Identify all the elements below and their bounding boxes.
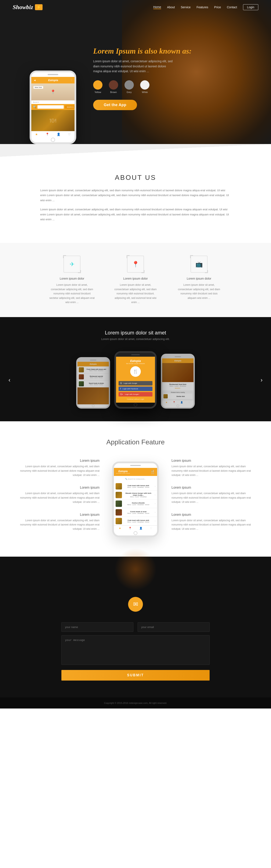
right-phone-logo: Eatopia (164, 360, 192, 362)
login-screen: Eatopia the foodie social network 🍴 G Lo… (116, 357, 155, 403)
login-form: G Login with Google f Login with Faceboo… (116, 381, 155, 403)
left-feature-2: Lorem ipsum Lorem ipsum dolor sit amet, … (17, 513, 100, 531)
hero-title: Lorem Ipsum is also known as: (93, 46, 211, 56)
get-app-button[interactable]: Get the App (93, 100, 137, 110)
phone-top-bar (31, 72, 74, 77)
feature-desc-2: Lorem ipsum dolor sit amet, consectetuer… (176, 283, 222, 300)
hero-divider (0, 144, 271, 157)
nav-near-icon[interactable]: 📍 (45, 133, 49, 136)
right-feature-title-0: Lorem ipsum (171, 459, 254, 463)
feat-food-item-0[interactable]: Crab toast with lemon aioli Menu : Lunch… (114, 482, 157, 491)
slider-title: Lorem ipsum dolor sit amet (0, 330, 271, 336)
feat-food-item-3[interactable]: Cured meats & local Menu : Lunch · Break… (114, 508, 157, 517)
logo[interactable]: Showbiz ⚡ (13, 4, 42, 10)
feat-nav-top[interactable]: ★ (119, 527, 121, 530)
contact-message-input[interactable] (61, 635, 210, 665)
left-phone-logo: Eatopia (79, 363, 107, 365)
right-feature-desc-0: Lorem ipsum dolor sit amet, consectetuer… (171, 464, 254, 477)
nav-service[interactable]: Service (181, 5, 191, 9)
swatch-brown: Brown (109, 80, 118, 93)
phone-bottom-bar (31, 137, 74, 142)
right-feature-desc-1: Lorem ipsum dolor sit amet, consectetuer… (171, 491, 254, 504)
nav-home[interactable]: Home (153, 5, 161, 9)
feat-nav-profile[interactable]: 👤 (139, 527, 142, 530)
swatch-white: White (140, 80, 149, 93)
phone-search-btn[interactable]: SEARCH (65, 105, 74, 108)
slider-prev-button[interactable]: ‹ (8, 377, 10, 383)
right-phone-details: Restaurant food item Menu : Lunch · Brea… (162, 382, 194, 391)
mail-icon: ✉ (133, 601, 138, 608)
right-phone-food-img (162, 363, 194, 382)
hero-section: ◄ Eatopia ⋮ New York 📍 Boost it 🔍 SEARCH (0, 0, 271, 144)
about-title: ABOUT US (21, 174, 250, 182)
nav-profile-icon[interactable]: 👤 (57, 133, 60, 136)
app-feature-phone-container: Eatopia the foodie social network 🍴 🔍 Se… (108, 462, 163, 537)
feature-desc-0: Lorem ipsum dolor sit amet, consectetuer… (49, 283, 95, 304)
submit-button[interactable]: SUBMIT (61, 670, 210, 681)
feature-item-0: ✈ Lorem ipsum dolor Lorem ipsum dolor si… (49, 256, 95, 304)
food-list-item-3: Sweet treats & drinks Menu : Dessert · D… (77, 380, 109, 388)
about-paragraph-2: Lorem ipsum dolor sit amet, consectetuer… (40, 207, 231, 222)
nav-links: Home About Service Features Price Contac… (153, 4, 258, 10)
feature-desc-1: Lorem ipsum dolor sit amet, consectetuer… (112, 283, 159, 304)
left-feature-desc-0: Lorem ipsum dolor sit amet, consectetuer… (17, 464, 100, 477)
swatch-grey: Grey (125, 80, 134, 93)
app-feature-right: Lorem ipsum Lorem ipsum dolor sit amet, … (171, 459, 254, 540)
nav-fav-icon[interactable]: ♡ (68, 133, 71, 136)
slider-next-button[interactable]: › (261, 377, 263, 383)
nav-features[interactable]: Features (197, 5, 208, 9)
feature-item-1: 📍 Lorem ipsum dolor Lorem ipsum dolor si… (112, 256, 159, 304)
phone-location-pin: 📍 (50, 89, 56, 94)
hero-description: Lorem ipsum dolor sit amet, consectetuer… (93, 59, 174, 74)
login-googleplus-btn[interactable]: G+ Login with Google+ (118, 392, 153, 397)
phone-search-input[interactable] (37, 105, 64, 108)
phone-app-logo: Eatopia (48, 79, 58, 82)
login-facebook-btn[interactable]: f Login with Facebook (118, 386, 153, 391)
slider-subtitle: Lorem ipsum dolor sit amet, consectetuer… (0, 337, 271, 341)
contact-email-input[interactable] (138, 622, 210, 632)
contact-name-input[interactable] (61, 622, 133, 632)
feat-nav-near[interactable]: 📍 (129, 527, 132, 530)
contact-icon-circle: ✉ (128, 597, 143, 612)
phone-map-area: New York 📍 (31, 84, 74, 100)
logo-icon: ⚡ (35, 4, 42, 10)
right-feature-title-2: Lorem ipsum (171, 513, 254, 517)
feat-food-item-4[interactable]: Crab toast with lemon aioli Menu : Lunch… (114, 517, 157, 526)
login-google-btn[interactable]: G Login with Google (118, 381, 153, 385)
nav-contact[interactable]: Contact (227, 5, 237, 9)
left-phone-food-image (77, 388, 109, 404)
feat-food-item-1[interactable]: Wasabi cheese burger with herb mayo & pe… (114, 491, 157, 499)
slider-phones: Eatopia Fresh Salad with lemon aiol Menu… (0, 351, 271, 409)
login-logo: 🍴 (130, 366, 141, 377)
feat-nav-fav[interactable]: ♡ (150, 527, 152, 530)
login-skip[interactable]: Continue without Login (118, 398, 153, 400)
right-phone-list: Related items nearby Similar dish (162, 391, 194, 400)
phone-app-bar: ◄ Eatopia ⋮ (31, 77, 74, 84)
feature-icon-plane: ✈ (64, 256, 80, 273)
phone-boost-label: Boost it (31, 100, 74, 104)
right-feature-desc-2: Lorem ipsum dolor sit amet, consectetuer… (171, 518, 254, 531)
phone-search-bar: 🔍 SEARCH (31, 104, 74, 110)
contact-form: SUBMIT (61, 622, 210, 681)
app-feature-title: Application Feature (17, 438, 254, 446)
nav-about[interactable]: About (167, 5, 175, 9)
nav-login[interactable]: Login (243, 4, 258, 10)
features-row: ✈ Lorem ipsum dolor Lorem ipsum dolor si… (0, 243, 271, 317)
left-feature-desc-2: Lorem ipsum dolor sit amet, consectetuer… (17, 518, 100, 531)
feat-home-btn[interactable] (134, 531, 137, 535)
feat-search-bar[interactable]: 🔍 Search for restaurants... (115, 477, 156, 481)
contact-row-1 (61, 622, 210, 632)
left-feature-desc-1: Lorem ipsum dolor sit amet, consectetuer… (17, 491, 100, 504)
phone-location-label: New York (33, 86, 43, 89)
app-feature-content: Lorem ipsum Lorem ipsum dolor sit amet, … (17, 459, 254, 540)
right-feature-title-1: Lorem ipsum (171, 486, 254, 490)
phone-food-image: 🍽 (31, 110, 74, 131)
nav-price[interactable]: Price (214, 5, 221, 9)
contact-bg-glow (114, 548, 157, 591)
hero-phone-container: ◄ Eatopia ⋮ New York 📍 Boost it 🔍 SEARCH (13, 13, 93, 144)
feat-food-item-2[interactable]: Kasha & Bowtie Menu : Lunch · Breakfast … (114, 499, 157, 508)
footer: Copyright © 2015-2016 redesigncase.com, … (0, 698, 271, 709)
hero-text: Lorem Ipsum is also known as: Lorem ipsu… (89, 21, 211, 123)
nav-top-icon[interactable]: ★ (35, 133, 38, 136)
phone-home-btn[interactable] (51, 138, 55, 142)
